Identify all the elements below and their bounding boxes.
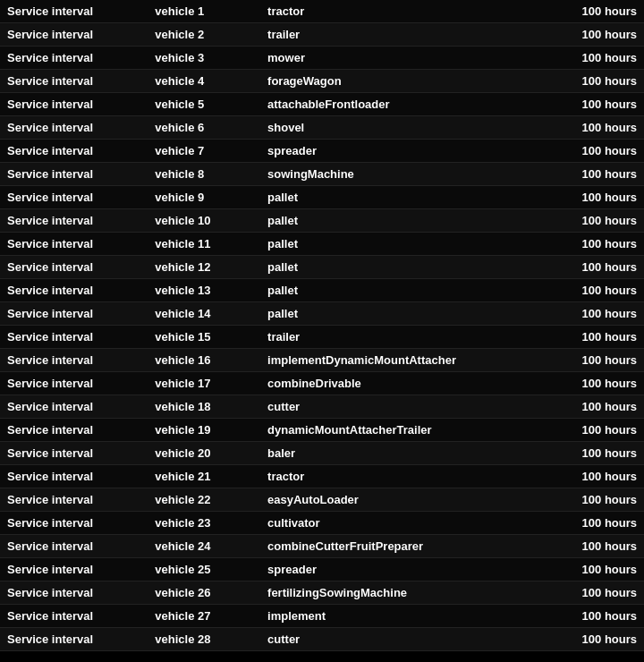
cell-row1-col3: tractor xyxy=(260,0,564,23)
cell-row25-col3: spreader xyxy=(260,558,564,581)
cell-row16-col2: vehicle 16 xyxy=(148,349,260,372)
cell-row15-col3: trailer xyxy=(260,326,564,349)
cell-row3-col4: 100 hours xyxy=(564,47,644,70)
cell-row5-col1: Service interval xyxy=(0,93,148,116)
cell-row17-col2: vehicle 17 xyxy=(148,372,260,395)
cell-row2-col1: Service interval xyxy=(0,23,148,47)
cell-row1-col1: Service interval xyxy=(0,0,148,23)
cell-row27-col4: 100 hours xyxy=(564,605,644,628)
cell-row20-col2: vehicle 20 xyxy=(148,442,260,465)
cell-row18-col3: cutter xyxy=(260,395,564,419)
cell-row25-col1: Service interval xyxy=(0,558,148,581)
cell-row22-col3: easyAutoLoader xyxy=(260,488,564,512)
cell-row5-col2: vehicle 5 xyxy=(148,93,260,116)
cell-row13-col2: vehicle 13 xyxy=(148,279,260,302)
cell-row4-col4: 100 hours xyxy=(564,70,644,93)
cell-row6-col1: Service interval xyxy=(0,116,148,140)
cell-row19-col1: Service interval xyxy=(0,419,148,442)
cell-row3-col1: Service interval xyxy=(0,47,148,70)
cell-row22-col2: vehicle 22 xyxy=(148,488,260,512)
cell-row11-col2: vehicle 11 xyxy=(148,233,260,256)
cell-row1-col2: vehicle 1 xyxy=(148,0,260,23)
cell-row25-col4: 100 hours xyxy=(564,558,644,581)
cell-row14-col2: vehicle 14 xyxy=(148,302,260,326)
cell-row14-col4: 100 hours xyxy=(564,302,644,326)
cell-row1-col4: 100 hours xyxy=(564,0,644,23)
cell-row19-col3: dynamicMountAttacherTrailer xyxy=(260,419,564,442)
cell-row22-col4: 100 hours xyxy=(564,488,644,512)
cell-row21-col1: Service interval xyxy=(0,465,148,488)
table-row: Service intervalvehicle 19dynamicMountAt… xyxy=(0,419,644,442)
cell-row11-col1: Service interval xyxy=(0,233,148,256)
cell-row28-col1: Service interval xyxy=(0,628,148,651)
cell-row10-col2: vehicle 10 xyxy=(148,209,260,233)
cell-row2-col4: 100 hours xyxy=(564,23,644,47)
table-row: Service intervalvehicle 5attachableFront… xyxy=(0,93,644,116)
cell-row27-col2: vehicle 27 xyxy=(148,605,260,628)
table-row: Service intervalvehicle 14pallet100 hour… xyxy=(0,302,644,326)
cell-row15-col2: vehicle 15 xyxy=(148,326,260,349)
table-row: Service intervalvehicle 23cultivator100 … xyxy=(0,512,644,535)
cell-row8-col3: sowingMachine xyxy=(260,163,564,186)
cell-row8-col1: Service interval xyxy=(0,163,148,186)
cell-row5-col3: attachableFrontloader xyxy=(260,93,564,116)
cell-row21-col3: tractor xyxy=(260,465,564,488)
cell-row18-col4: 100 hours xyxy=(564,395,644,419)
table-row: Service intervalvehicle 17combineDrivabl… xyxy=(0,372,644,395)
table-row: Service intervalvehicle 3mower100 hours xyxy=(0,47,644,70)
cell-row11-col4: 100 hours xyxy=(564,233,644,256)
cell-row22-col1: Service interval xyxy=(0,488,148,512)
cell-row18-col2: vehicle 18 xyxy=(148,395,260,419)
table-row: Service intervalvehicle 24combineCutterF… xyxy=(0,535,644,558)
table-row: Service intervalvehicle 25spreader100 ho… xyxy=(0,558,644,581)
cell-row7-col3: spreader xyxy=(260,140,564,163)
cell-row19-col2: vehicle 19 xyxy=(148,419,260,442)
table-row: Service intervalvehicle 12pallet100 hour… xyxy=(0,256,644,279)
table-row: Service intervalvehicle 2trailer100 hour… xyxy=(0,23,644,47)
cell-row13-col1: Service interval xyxy=(0,279,148,302)
table-row: Service intervalvehicle 20baler100 hours xyxy=(0,442,644,465)
table-row: Service intervalvehicle 16implementDynam… xyxy=(0,349,644,372)
table-row: Service intervalvehicle 6shovel100 hours xyxy=(0,116,644,140)
cell-row28-col2: vehicle 28 xyxy=(148,628,260,651)
cell-row20-col1: Service interval xyxy=(0,442,148,465)
cell-row12-col3: pallet xyxy=(260,256,564,279)
cell-row13-col3: pallet xyxy=(260,279,564,302)
table-row: Service intervalvehicle 28cutter100 hour… xyxy=(0,628,644,651)
table-row: Service intervalvehicle 10pallet100 hour… xyxy=(0,209,644,233)
cell-row26-col1: Service interval xyxy=(0,581,148,605)
cell-row10-col4: 100 hours xyxy=(564,209,644,233)
cell-row9-col1: Service interval xyxy=(0,186,148,209)
cell-row10-col1: Service interval xyxy=(0,209,148,233)
service-interval-table: Service intervalvehicle 1tractor100 hour… xyxy=(0,0,644,651)
cell-row23-col2: vehicle 23 xyxy=(148,512,260,535)
cell-row12-col2: vehicle 12 xyxy=(148,256,260,279)
cell-row24-col4: 100 hours xyxy=(564,535,644,558)
cell-row2-col2: vehicle 2 xyxy=(148,23,260,47)
table-row: Service intervalvehicle 27implement100 h… xyxy=(0,605,644,628)
cell-row19-col4: 100 hours xyxy=(564,419,644,442)
cell-row12-col1: Service interval xyxy=(0,256,148,279)
cell-row21-col4: 100 hours xyxy=(564,465,644,488)
cell-row15-col1: Service interval xyxy=(0,326,148,349)
cell-row24-col2: vehicle 24 xyxy=(148,535,260,558)
cell-row14-col3: pallet xyxy=(260,302,564,326)
cell-row13-col4: 100 hours xyxy=(564,279,644,302)
cell-row28-col4: 100 hours xyxy=(564,628,644,651)
cell-row4-col3: forageWagon xyxy=(260,70,564,93)
cell-row5-col4: 100 hours xyxy=(564,93,644,116)
table-row: Service intervalvehicle 8sowingMachine10… xyxy=(0,163,644,186)
table-row: Service intervalvehicle 18cutter100 hour… xyxy=(0,395,644,419)
cell-row7-col1: Service interval xyxy=(0,140,148,163)
cell-row26-col4: 100 hours xyxy=(564,581,644,605)
cell-row6-col2: vehicle 6 xyxy=(148,116,260,140)
cell-row26-col3: fertilizingSowingMachine xyxy=(260,581,564,605)
cell-row8-col4: 100 hours xyxy=(564,163,644,186)
cell-row4-col1: Service interval xyxy=(0,70,148,93)
cell-row16-col3: implementDynamicMountAttacher xyxy=(260,349,564,372)
cell-row6-col3: shovel xyxy=(260,116,564,140)
cell-row27-col3: implement xyxy=(260,605,564,628)
cell-row7-col2: vehicle 7 xyxy=(148,140,260,163)
cell-row18-col1: Service interval xyxy=(0,395,148,419)
cell-row24-col1: Service interval xyxy=(0,535,148,558)
